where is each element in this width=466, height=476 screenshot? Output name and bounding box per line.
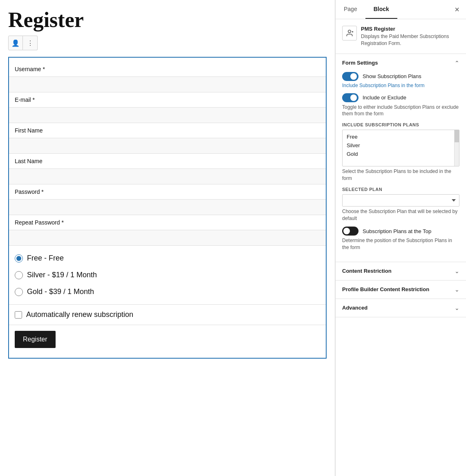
first-name-input[interactable] (9, 138, 326, 153)
include-exclude-toggle[interactable] (342, 93, 358, 102)
right-panel: Page Block × PMS Register Displays the P… (335, 0, 466, 476)
email-field: E-mail * (9, 92, 326, 123)
selected-plan-select[interactable]: Free Silver Gold (342, 194, 459, 207)
advanced-header[interactable]: Advanced ⌄ (336, 299, 466, 317)
register-button[interactable]: Register (15, 331, 56, 348)
last-name-input[interactable] (9, 168, 326, 184)
form-settings-title: Form Settings (342, 60, 378, 66)
block-info: PMS Register Displays the Paid Member Su… (336, 19, 466, 54)
close-button[interactable]: × (448, 1, 466, 18)
plans-top-label: Subscription Plans at the Top (363, 228, 431, 234)
register-form: Username * E-mail * First Name Last Name… (8, 57, 327, 359)
first-name-label: First Name (9, 123, 326, 135)
ellipsis-icon: ⋮ (27, 39, 34, 47)
block-info-text: PMS Register Displays the Paid Member Su… (361, 26, 459, 47)
form-settings-header[interactable]: Form Settings ⌃ (336, 54, 466, 72)
plan-label-free: Free - Free (27, 254, 64, 263)
listbox-item-gold[interactable]: Gold (343, 150, 459, 158)
content-restriction-section: Content Restriction ⌄ (336, 262, 466, 281)
include-plans-listbox[interactable]: Free Silver Gold (342, 130, 459, 166)
auto-renew-row: Automatically renew subscription (9, 305, 326, 325)
username-input[interactable] (9, 76, 326, 92)
username-field: Username * (9, 62, 326, 92)
advanced-section: Advanced ⌄ (336, 299, 466, 317)
plan-item-silver: Silver - $19 / 1 Month (15, 267, 320, 283)
last-name-label: Last Name (9, 154, 326, 166)
form-settings-content: Show Subscription Plans Include Subscrip… (336, 72, 466, 262)
email-label: E-mail * (9, 92, 326, 105)
include-plans-label: INCLUDE SUBSCRIPTION PLANS (342, 122, 459, 127)
include-exclude-label: Include or Exclude (363, 94, 406, 101)
tab-page[interactable]: Page (336, 0, 365, 19)
form-settings-chevron: ⌃ (455, 60, 459, 66)
page-title: Register (8, 8, 327, 31)
block-icon (342, 26, 357, 40)
listbox-scrollbar[interactable] (454, 130, 459, 166)
block-title: PMS Register (361, 26, 459, 32)
profile-builder-restriction-section: Profile Builder Content Restriction ⌄ (336, 281, 466, 299)
svg-point-0 (348, 30, 351, 33)
first-name-field: First Name (9, 123, 326, 154)
content-restriction-header[interactable]: Content Restriction ⌄ (336, 262, 466, 280)
ellipsis-button[interactable]: ⋮ (23, 36, 38, 50)
show-subscription-plans-helper: Include Subscription Plans in the form (342, 83, 459, 88)
password-field: Password * (9, 184, 326, 215)
listbox-scroll-thumb (455, 130, 459, 142)
plan-label-silver: Silver - $19 / 1 Month (27, 271, 97, 279)
show-subscription-plans-toggle[interactable] (342, 72, 358, 81)
include-exclude-helper: Toggle to either include Subscription Pl… (342, 104, 459, 118)
selected-plan-helper: Choose the Subscription Plan that will b… (342, 208, 459, 222)
listbox-item-free[interactable]: Free (343, 132, 459, 141)
advanced-title: Advanced (342, 305, 367, 311)
plans-top-helper: Determine the position of the Subscripti… (342, 237, 459, 251)
show-subscription-plans-slider (342, 72, 358, 81)
left-panel: Register 👤 ⋮ Username * E-mail * First N… (0, 0, 335, 476)
username-label: Username * (9, 62, 326, 74)
profile-builder-restriction-chevron: ⌄ (455, 286, 459, 293)
listbox-item-silver[interactable]: Silver (343, 141, 459, 150)
include-exclude-slider (342, 93, 358, 102)
content-restriction-title: Content Restriction (342, 268, 392, 274)
include-exclude-row: Include or Exclude (342, 93, 459, 102)
show-subscription-plans-row: Show Subscription Plans (342, 72, 459, 81)
repeat-password-label: Repeat Password * (9, 215, 326, 227)
plan-item-gold: Gold - $39 / 1 Month (15, 283, 320, 300)
tab-block[interactable]: Block (365, 0, 397, 19)
repeat-password-field: Repeat Password * (9, 215, 326, 246)
plan-list: Free - Free Silver - $19 / 1 Month Gold … (9, 246, 326, 305)
profile-builder-restriction-title: Profile Builder Content Restriction (342, 286, 429, 292)
last-name-field: Last Name (9, 154, 326, 184)
selected-plan-label: SELECTED PLAN (342, 187, 459, 192)
plans-top-row: Subscription Plans at the Top (342, 227, 459, 236)
email-input[interactable] (9, 107, 326, 123)
plan-radio-silver[interactable] (15, 271, 23, 279)
plan-radio-free[interactable] (15, 254, 23, 263)
plans-top-toggle[interactable] (342, 227, 358, 236)
form-settings-section: Form Settings ⌃ Show Subscription Plans … (336, 54, 466, 262)
repeat-password-input[interactable] (9, 230, 326, 245)
password-label: Password * (9, 184, 326, 197)
advanced-chevron: ⌄ (455, 305, 459, 311)
block-toolbar: 👤 ⋮ (8, 36, 327, 50)
right-tabs: Page Block (336, 0, 397, 19)
auto-renew-label: Automatically renew subscription (26, 310, 133, 319)
profile-builder-restriction-header[interactable]: Profile Builder Content Restriction ⌄ (336, 281, 466, 299)
auto-renew-checkbox[interactable] (15, 311, 22, 319)
password-input[interactable] (9, 199, 326, 215)
person-icon-button[interactable]: 👤 (8, 36, 23, 50)
right-header: Page Block × (336, 0, 466, 19)
content-restriction-chevron: ⌄ (455, 268, 459, 274)
show-subscription-plans-label: Show Subscription Plans (363, 73, 421, 79)
plans-top-slider (342, 227, 358, 236)
plan-item-free: Free - Free (15, 250, 320, 267)
plan-radio-gold[interactable] (15, 288, 23, 296)
include-plans-helper: Select the Subscription Plans to be incl… (342, 168, 459, 182)
block-description: Displays the Paid Member Subscriptions R… (361, 33, 459, 47)
plan-label-gold: Gold - $39 / 1 Month (27, 287, 94, 296)
person-icon: 👤 (11, 39, 20, 47)
listbox-inner: Free Silver Gold (343, 130, 459, 161)
